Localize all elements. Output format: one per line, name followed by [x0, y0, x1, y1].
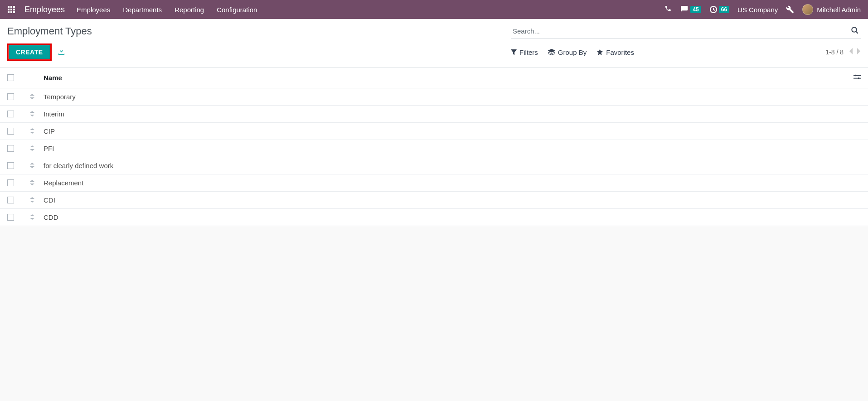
cp-left: CREATE: [7, 43, 65, 61]
drag-handle-icon[interactable]: [30, 162, 44, 169]
table-row[interactable]: CDD: [0, 209, 868, 226]
row-checkbox-col: [7, 214, 30, 221]
pager-nav: [849, 48, 861, 56]
cp-top: Employment Types: [7, 24, 861, 39]
row-checkbox-col: [7, 93, 30, 100]
drag-handle-icon[interactable]: [30, 145, 44, 152]
row-checkbox[interactable]: [7, 111, 14, 117]
table-row[interactable]: for clearly defined work: [0, 157, 868, 174]
row-name: Interim: [44, 110, 861, 118]
user-menu[interactable]: Mitchell Admin: [802, 4, 861, 15]
table-row[interactable]: Temporary: [0, 88, 868, 106]
filters-label: Filters: [519, 48, 538, 56]
svg-rect-2: [13, 6, 15, 8]
search-input[interactable]: [513, 25, 851, 37]
drag-handle-icon[interactable]: [30, 214, 44, 221]
search-wrapper: [511, 24, 861, 39]
search-filters: Filters Group By Favorites: [511, 48, 634, 56]
row-name: Temporary: [44, 93, 861, 101]
row-checkbox-col: [7, 179, 30, 186]
nav-reporting[interactable]: Reporting: [175, 6, 204, 14]
voip-icon[interactable]: [664, 6, 673, 13]
page-title: Employment Types: [7, 25, 92, 37]
pager-text[interactable]: 1-8 / 8: [825, 48, 844, 56]
export-icon[interactable]: [58, 48, 65, 56]
row-checkbox[interactable]: [7, 179, 14, 186]
row-checkbox-col: [7, 145, 30, 152]
row-checkbox-col: [7, 111, 30, 117]
column-settings-icon[interactable]: [847, 74, 861, 82]
header-checkbox-col: [7, 74, 30, 81]
favorites-label: Favorites: [606, 48, 634, 56]
svg-rect-6: [8, 11, 10, 13]
drag-handle-icon[interactable]: [30, 128, 44, 135]
svg-rect-5: [13, 9, 15, 10]
row-name: Replacement: [44, 179, 861, 187]
table-row[interactable]: PFI: [0, 140, 868, 157]
row-name: for clearly defined work: [44, 162, 861, 169]
create-highlight: CREATE: [7, 43, 52, 61]
svg-rect-7: [10, 11, 12, 13]
svg-rect-0: [8, 6, 10, 8]
apps-icon[interactable]: [7, 5, 15, 14]
header-name[interactable]: Name: [44, 74, 847, 82]
pager-prev-icon[interactable]: [849, 48, 853, 56]
row-checkbox[interactable]: [7, 145, 14, 152]
table-body: Temporary Interim CIP PFI for clearl: [0, 88, 868, 226]
cp-right: Filters Group By Favorites 1-8 / 8: [511, 48, 861, 56]
app-brand[interactable]: Employees: [24, 5, 65, 14]
create-button[interactable]: CREATE: [9, 45, 50, 59]
row-checkbox-col: [7, 128, 30, 135]
nav-departments[interactable]: Departments: [123, 6, 162, 14]
pager-section: 1-8 / 8: [825, 48, 861, 56]
top-navbar: Employees Employees Departments Reportin…: [0, 0, 868, 19]
row-name: CDD: [44, 213, 861, 221]
username: Mitchell Admin: [817, 6, 861, 14]
svg-rect-1: [10, 6, 12, 8]
search-icon[interactable]: [851, 26, 859, 36]
row-name: CIP: [44, 127, 861, 135]
nav-employees[interactable]: Employees: [77, 6, 110, 14]
drag-handle-icon[interactable]: [30, 197, 44, 204]
navbar-left: Employees Employees Departments Reportin…: [7, 5, 257, 14]
table-row[interactable]: Interim: [0, 106, 868, 123]
svg-rect-3: [8, 9, 10, 10]
svg-line-11: [856, 31, 858, 34]
nav-menu: Employees Departments Reporting Configur…: [77, 6, 257, 14]
row-checkbox[interactable]: [7, 214, 14, 221]
list-view: Name Temporary Interim CIP: [0, 68, 868, 226]
drag-handle-icon[interactable]: [30, 179, 44, 187]
row-checkbox[interactable]: [7, 128, 14, 135]
table-row[interactable]: CIP: [0, 123, 868, 140]
filters-button[interactable]: Filters: [511, 48, 538, 56]
messages-systray[interactable]: 45: [681, 6, 701, 13]
nav-configuration[interactable]: Configuration: [217, 6, 257, 14]
row-checkbox-col: [7, 162, 30, 169]
debug-icon[interactable]: [786, 5, 794, 14]
messages-badge: 45: [690, 6, 701, 13]
svg-rect-8: [13, 11, 15, 13]
row-checkbox[interactable]: [7, 93, 14, 100]
groupby-button[interactable]: Group By: [548, 48, 587, 56]
table-row[interactable]: CDI: [0, 192, 868, 209]
navbar-right: 45 66 US Company Mitchell Admin: [664, 4, 861, 15]
company-selector[interactable]: US Company: [737, 6, 778, 14]
control-panel: Employment Types CREATE Filters: [0, 19, 868, 68]
svg-point-10: [852, 27, 857, 32]
cp-bottom: CREATE Filters Group By Favorites: [7, 43, 861, 61]
favorites-button[interactable]: Favorites: [596, 48, 634, 56]
activities-systray[interactable]: 66: [709, 5, 729, 14]
user-avatar: [802, 4, 813, 15]
table-row[interactable]: Replacement: [0, 174, 868, 192]
row-name: CDI: [44, 196, 861, 204]
drag-handle-icon[interactable]: [30, 111, 44, 118]
groupby-label: Group By: [558, 48, 587, 56]
select-all-checkbox[interactable]: [7, 74, 14, 81]
row-checkbox[interactable]: [7, 162, 14, 169]
drag-handle-icon[interactable]: [30, 93, 44, 101]
row-name: PFI: [44, 145, 861, 152]
pager-next-icon[interactable]: [856, 48, 861, 56]
activities-badge: 66: [719, 6, 729, 13]
row-checkbox[interactable]: [7, 197, 14, 203]
table-header: Name: [0, 68, 868, 88]
